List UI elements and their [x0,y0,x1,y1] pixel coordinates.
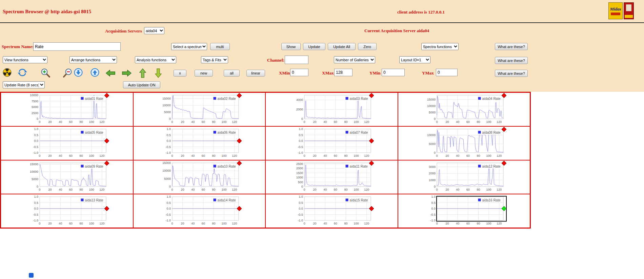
x-tick-label: 20 [48,154,52,157]
x-button[interactable]: x [174,70,186,77]
gallery-cell-aida04[interactable]: 020406080100120050001000015000aida04 Rat… [398,92,530,126]
spectrum-plot-aida02[interactable]: 020406080100120050001000015000aida02 Rat… [155,93,243,126]
ymin-input[interactable] [382,69,405,76]
acquisition-server-select[interactable]: aida04 [144,27,164,34]
ymax-input[interactable] [436,69,458,76]
x-tick-label: 40 [323,120,327,124]
x-tick-label: 120 [232,222,237,225]
gallery-cell-aida16[interactable]: 0204060801001201.00.50.0-0.5-1.0aida16 R… [398,194,530,228]
what-are-these-button-2[interactable]: What are these? [495,57,528,64]
legend-swatch [478,165,481,167]
y-tick-label: 0 [37,117,38,121]
gallery-cell-aida01[interactable]: 020406080100120025005000750010000aida01 … [1,92,133,126]
x-tick-label: 100 [89,188,94,191]
gallery-cell-aida10[interactable]: 020406080100120050001000015000aida10 Rat… [133,160,266,194]
gallery-cell-aida08[interactable]: 0204060801001200500010000aida08 Rate [398,126,530,160]
x-tick-label: 60 [466,154,470,157]
spectrum-plot-aida14[interactable]: 0204060801001201.00.50.0-0.5-1.0aida14 R… [155,194,243,228]
update-all-button[interactable]: Update All [328,43,356,50]
gallery-cell-aida09[interactable]: 020406080100120050001000015000aida09 Rat… [1,160,133,194]
auto-update-button[interactable]: Auto Update ON [123,81,160,88]
spectrum-plot-aida07[interactable]: 0204060801001201.00.50.0-0.5-1.0aida07 R… [287,127,376,160]
spectrum-plot-aida13[interactable]: 0204060801001201.00.50.0-0.5-1.0aida13 R… [23,194,111,228]
legend: aida16 Rate [477,197,502,202]
zoom-in-icon[interactable] [41,68,51,78]
y-tick-label: 15000 [162,97,171,100]
arrange-functions-dropdown[interactable]: Arrange functions [69,56,117,63]
pan-right-icon[interactable] [122,69,132,77]
gallery-cell-aida13[interactable]: 0204060801001201.00.50.0-0.5-1.0aida13 R… [1,194,133,228]
spectrum-plot-aida01[interactable]: 020406080100120025005000750010000aida01 … [23,93,111,126]
gallery-cell-aida14[interactable]: 0204060801001201.00.50.0-0.5-1.0aida14 R… [133,194,266,228]
y-tick-label: 0.0 [299,139,303,143]
x-tick-label: 120 [497,120,502,124]
x-tick-label: 60 [334,120,337,124]
gallery-cell-aida03[interactable]: 020406080100120020004000aida03 Rate [265,92,398,126]
scroll-down-icon[interactable] [74,68,83,77]
x-tick-label: 80 [344,222,348,225]
spectrum-name-input[interactable] [33,42,121,51]
linear-button[interactable]: linear [246,70,265,77]
gallery-cell-aida02[interactable]: 020406080100120050001000015000aida02 Rat… [133,92,266,126]
analysis-functions-dropdown[interactable]: Analysis functions [135,56,176,63]
radiation-icon[interactable] [3,68,12,77]
spectrum-plot-aida16[interactable]: 0204060801001201.00.50.0-0.5-1.0aida16 R… [420,194,508,228]
scroll-up-icon[interactable] [90,68,99,77]
y-tick-label: 500 [298,180,303,184]
legend: aida08 Rate [477,130,502,135]
spectrum-plot-aida03[interactable]: 020406080100120020004000aida03 Rate [287,93,376,126]
spectrum-plot-aida08[interactable]: 0204060801001200500010000aida08 Rate [420,127,508,160]
what-are-these-button-1[interactable]: What are these? [495,43,528,50]
gallery-cell-aida06[interactable]: 0204060801001201.00.50.0-0.5-1.0aida06 R… [133,126,266,160]
update-rate-dropdown[interactable]: Update Rate (8 secs) [3,81,45,88]
zoom-out-icon[interactable] [62,68,73,78]
spectrum-plot-aida10[interactable]: 020406080100120050001000015000aida10 Rat… [155,160,243,194]
layout-id-dropdown[interactable]: Layout ID=1 [399,56,430,63]
spectra-functions-dropdown[interactable]: Spectra functions [421,43,459,50]
multi-button[interactable]: multi [210,43,230,50]
channel-input[interactable] [285,56,308,64]
legend-label: aida08 Rate [482,130,500,134]
gallery-cell-aida12[interactable]: 0204060801001200100020003000aida12 Rate [398,160,530,194]
legend: aida01 Rate [80,96,105,101]
new-button[interactable]: new [195,70,213,77]
view-functions-dropdown[interactable]: View functions [3,56,47,63]
x-tick-label: 20 [445,222,449,225]
xmin-input[interactable] [290,69,308,76]
show-button[interactable]: Show [281,43,301,50]
x-tick-label: 40 [456,120,459,124]
xmax-input[interactable] [334,69,353,76]
x-tick-label: 120 [497,188,502,191]
gallery-cell-aida11[interactable]: 02040608010012005001000150020002500aida1… [265,160,398,194]
all-button[interactable]: all [224,70,240,77]
x-tick-label: 100 [89,154,94,157]
select-spectrum-dropdown[interactable]: Select a spectrum [171,43,207,50]
number-of-galleries-dropdown[interactable]: Number of Galleries [334,56,375,63]
update-button[interactable]: Update [303,43,325,50]
pan-up-icon[interactable] [139,68,147,78]
gallery-cell-aida07[interactable]: 0204060801001201.00.50.0-0.5-1.0aida07 R… [265,126,398,160]
x-tick-label: 0 [171,154,173,157]
spectrum-plot-aida11[interactable]: 02040608010012005001000150020002500aida1… [287,160,376,194]
refresh-icon[interactable] [18,68,27,77]
gallery-cell-aida15[interactable]: 0204060801001201.00.50.0-0.5-1.0aida15 R… [265,194,398,228]
y-tick-label: 0 [301,117,303,121]
pan-down-icon[interactable] [154,68,162,78]
spectrum-plot-aida15[interactable]: 0204060801001201.00.50.0-0.5-1.0aida15 R… [287,194,376,228]
spectrum-plot-aida12[interactable]: 0204060801001200100020003000aida12 Rate [420,160,508,194]
x-tick-label: 0 [304,120,305,124]
gallery-cell-aida05[interactable]: 0204060801001201.00.50.0-0.5-1.0aida05 R… [1,126,133,160]
tags-fits-dropdown[interactable]: Tags & Fits [201,56,228,63]
pan-left-icon[interactable] [105,69,116,77]
spectrum-plot-aida09[interactable]: 020406080100120050001000015000aida09 Rat… [23,160,111,194]
y-tick-label: 0.5 [34,201,39,204]
spectrum-plot-aida05[interactable]: 0204060801001201.00.50.0-0.5-1.0aida05 R… [23,127,111,160]
x-tick-label: 80 [80,154,83,157]
spectrum-plot-aida06[interactable]: 0204060801001201.00.50.0-0.5-1.0aida06 R… [155,127,243,160]
zero-button[interactable]: Zero [358,43,377,50]
y-tick-label: 0 [301,185,303,188]
spectrum-plot-aida04[interactable]: 020406080100120050001000015000aida04 Rat… [420,93,508,126]
what-are-these-button-3[interactable]: What are these? [495,70,528,77]
x-tick-label: 20 [313,222,317,225]
header-divider [0,22,644,23]
